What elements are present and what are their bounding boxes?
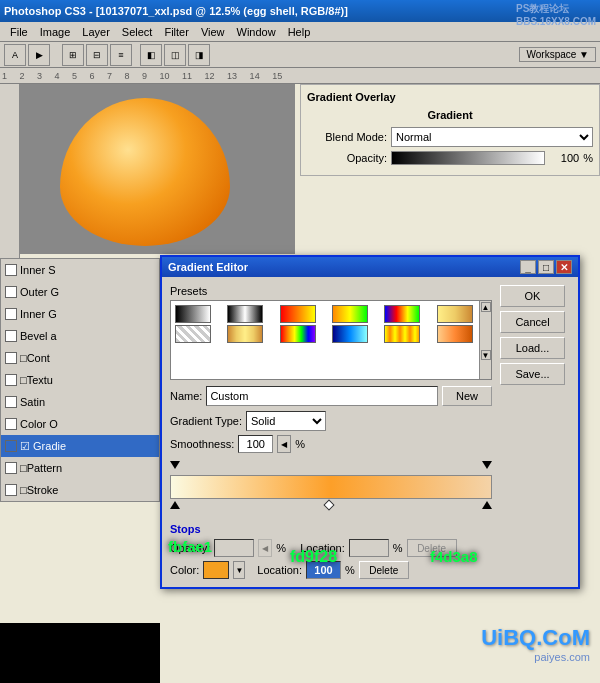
gradient-bar[interactable] — [170, 475, 492, 499]
new-button[interactable]: New — [442, 386, 492, 406]
bottom-stops — [170, 501, 492, 517]
layer-label-textu: □Textu — [20, 374, 53, 386]
scroll-up[interactable]: ▲ — [481, 302, 491, 312]
name-input[interactable] — [206, 386, 438, 406]
gradient-editor-body: Presets — [162, 277, 578, 587]
opacity-row: Opacity: 100 % — [307, 151, 593, 165]
toolbar-btn-8[interactable]: ◨ — [188, 44, 210, 66]
layer-row-bevel[interactable]: Bevel a — [1, 325, 159, 347]
delete-color-stop-button[interactable]: Delete — [359, 561, 409, 579]
layer-checkbox-gradie[interactable] — [5, 440, 17, 452]
layer-checkbox-satin[interactable] — [5, 396, 17, 408]
menu-bar: File Image Layer Select Filter View Wind… — [0, 22, 600, 42]
preset-strip[interactable] — [384, 325, 420, 343]
layer-label-gradie: ☑ Gradie — [20, 440, 66, 453]
delete-opacity-stop-button: Delete — [407, 539, 457, 557]
layer-checkbox-bevel[interactable] — [5, 330, 17, 342]
toolbar-btn-3[interactable]: ⊞ — [62, 44, 84, 66]
layer-checkbox-inner-g[interactable] — [5, 308, 17, 320]
menu-select[interactable]: Select — [116, 24, 159, 40]
layer-row-textu[interactable]: □Textu — [1, 369, 159, 391]
gradient-section-title: Gradient — [307, 109, 593, 121]
smoothness-input[interactable] — [238, 435, 273, 453]
cancel-button[interactable]: Cancel — [500, 311, 565, 333]
layer-checkbox-outer-g[interactable] — [5, 286, 17, 298]
opacity-stops-row: Opacity: ◀ % Location: % Delete — [170, 539, 492, 557]
preset-blue[interactable] — [332, 325, 368, 343]
layer-checkbox-cont[interactable] — [5, 352, 17, 364]
smoothness-stepper[interactable]: ◀ — [277, 435, 291, 453]
menu-window[interactable]: Window — [231, 24, 282, 40]
workspace-btn[interactable]: Workspace ▼ — [519, 47, 596, 62]
toolbar-btn-4[interactable]: ⊟ — [86, 44, 108, 66]
titlebar: Photoshop CS3 - [10137071_xxl.psd @ 12.5… — [0, 0, 600, 22]
ok-button[interactable]: OK — [500, 285, 565, 307]
window-title: Photoshop CS3 - [10137071_xxl.psd @ 12.5… — [4, 5, 596, 17]
color-swatch[interactable] — [203, 561, 229, 579]
menu-image[interactable]: Image — [34, 24, 77, 40]
preset-warm[interactable] — [332, 305, 368, 323]
color-stops-row: Color: ▼ Location: % Delete — [170, 561, 492, 579]
close-button[interactable]: ✕ — [556, 260, 572, 274]
minimize-button[interactable]: _ — [520, 260, 536, 274]
gradient-editor-titlebar[interactable]: Gradient Editor _ □ ✕ — [162, 257, 578, 277]
preset-copper[interactable] — [227, 325, 263, 343]
save-button[interactable]: Save... — [500, 363, 565, 385]
layer-row-gradie[interactable]: ☑ Gradie — [1, 435, 159, 457]
layer-checkbox-pattern[interactable] — [5, 462, 17, 474]
layer-checkbox-inner-s[interactable] — [5, 264, 17, 276]
gradient-overlay-title: Gradient Overlay — [307, 91, 593, 103]
preset-bwb[interactable] — [227, 305, 263, 323]
presets-grid — [175, 305, 487, 343]
gradient-type-select[interactable]: Solid — [246, 411, 326, 431]
preset-diag[interactable] — [175, 325, 211, 343]
layer-label-cont: □Cont — [20, 352, 50, 364]
blend-mode-row: Blend Mode: Normal — [307, 127, 593, 147]
menu-file[interactable]: File — [4, 24, 34, 40]
toolbar-btn-7[interactable]: ◫ — [164, 44, 186, 66]
layer-row-stroke[interactable]: □Stroke — [1, 479, 159, 501]
opacity-slider[interactable] — [391, 151, 545, 165]
color-stop-100[interactable] — [482, 501, 492, 509]
scroll-down[interactable]: ▼ — [481, 350, 491, 360]
stops-percent: % — [276, 542, 286, 554]
menu-layer[interactable]: Layer — [76, 24, 116, 40]
gradient-type-row: Gradient Type: Solid — [170, 411, 492, 431]
layer-checkbox-textu[interactable] — [5, 374, 17, 386]
preset-redy[interactable] — [280, 305, 316, 323]
stops-location-label2: Location: — [300, 542, 345, 554]
layer-row-pattern[interactable]: □Pattern — [1, 457, 159, 479]
presets-scrollbar[interactable]: ▲ ▼ — [479, 301, 491, 379]
layer-checkbox-stroke[interactable] — [5, 484, 17, 496]
opacity-stop-right[interactable] — [482, 461, 492, 473]
menu-filter[interactable]: Filter — [158, 24, 194, 40]
preset-gold[interactable] — [437, 305, 473, 323]
menu-view[interactable]: View — [195, 24, 231, 40]
layer-row-color-o[interactable]: Color O — [1, 413, 159, 435]
layer-row-inner-s[interactable]: Inner S — [1, 259, 159, 281]
layer-row-satin[interactable]: Satin — [1, 391, 159, 413]
toolbar-btn-6[interactable]: ◧ — [140, 44, 162, 66]
preset-rainbow[interactable] — [384, 305, 420, 323]
color-arrow[interactable]: ▼ — [233, 561, 245, 579]
load-button[interactable]: Load... — [500, 337, 565, 359]
presets-container[interactable]: ▲ ▼ — [170, 300, 492, 380]
toolbar-btn-5[interactable]: ≡ — [110, 44, 132, 66]
color-location-input[interactable] — [306, 561, 341, 579]
layer-checkbox-color-o[interactable] — [5, 418, 17, 430]
opacity-stop-left[interactable] — [170, 461, 180, 473]
toolbar-btn-2[interactable]: ▶ — [28, 44, 50, 66]
color-stop-0[interactable] — [170, 501, 180, 509]
layer-row-cont[interactable]: □Cont — [1, 347, 159, 369]
preset-spectrum[interactable] — [280, 325, 316, 343]
preset-bw[interactable] — [175, 305, 211, 323]
toolbar-btn-1[interactable]: A — [4, 44, 26, 66]
preset-orange[interactable] — [437, 325, 473, 343]
menu-help[interactable]: Help — [282, 24, 317, 40]
maximize-button[interactable]: □ — [538, 260, 554, 274]
color-stop-50[interactable] — [325, 501, 333, 509]
blend-mode-select[interactable]: Normal — [391, 127, 593, 147]
layer-row-inner-g[interactable]: Inner G — [1, 303, 159, 325]
layer-row-outer-g[interactable]: Outer G — [1, 281, 159, 303]
layer-label-satin: Satin — [20, 396, 45, 408]
